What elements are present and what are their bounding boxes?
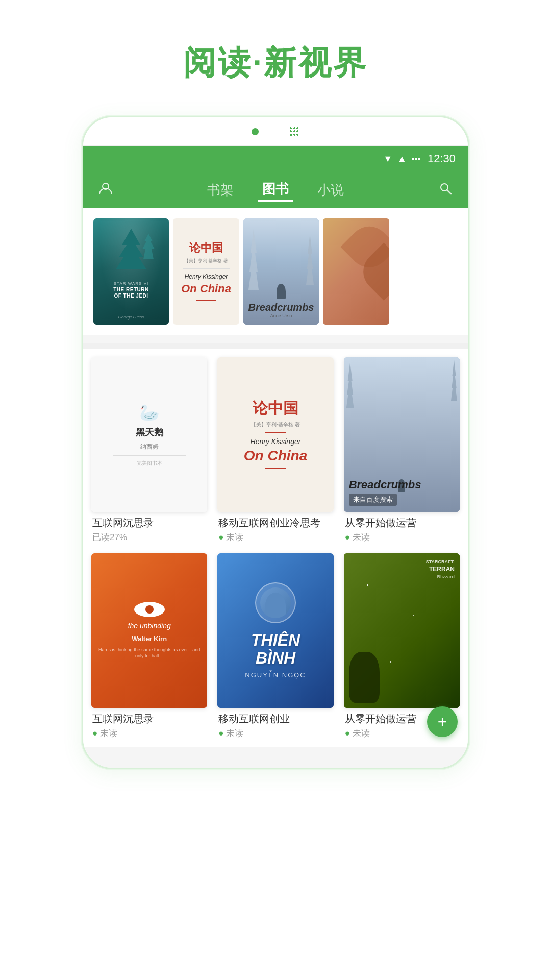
book-title: 移动互联网创业冷思考: [218, 516, 332, 529]
book-cover-wrapper: Breadcrumbs 来自百度搜索: [344, 357, 460, 512]
list-item[interactable]: THIÊNBÌNH NGUYỄN NGỌC 移动互联网创业 未读: [217, 553, 333, 739]
book-series: 完美图书本: [137, 460, 162, 467]
book-author: Anne Ursu: [270, 313, 292, 318]
signal-icon: ▲: [397, 154, 407, 164]
source-label: 来自百度搜索: [349, 494, 397, 506]
book-cover-wrapper: the unbinding Walter Kirn Harris is thin…: [91, 553, 207, 708]
user-icon[interactable]: [98, 181, 113, 199]
book-title: the unbinding: [128, 621, 171, 630]
book-info: 移动互联网创业 未读: [217, 712, 333, 739]
nav-tabs: 书架 图书 小说: [203, 178, 348, 202]
divider-bottom: [265, 468, 286, 469]
phone-side-button-right: [468, 311, 469, 352]
pupil: [145, 605, 154, 614]
book-author: Henry Kissinger: [251, 437, 301, 446]
book-cover-wrapper: THIÊNBÌNH NGUYỄN NGỌC: [217, 553, 333, 708]
list-item[interactable]: STAR WARS VI THE RETURNOF THE JEDI Georg…: [93, 218, 169, 325]
book-title: THIÊNBÌNH: [251, 631, 300, 667]
book-cover-thien-binh: THIÊNBÌNH NGUYỄN NGỌC: [217, 553, 333, 708]
book-title: 移动互联网创业: [218, 712, 332, 725]
book-title-en: On China: [181, 282, 231, 296]
time-display: 12:30: [428, 152, 456, 165]
book-cover-breadcrumbs-grid: Breadcrumbs 来自百度搜索: [344, 357, 460, 512]
book-strip: STAR WARS VI THE RETURNOF THE JEDI Georg…: [83, 208, 468, 335]
book-cover-starcraft: STARCRAFT: TERRAN Blizzard: [344, 553, 460, 708]
book-author: 纳西姆: [140, 443, 159, 451]
book-title-cn: 论中国: [253, 398, 298, 419]
book-status: 未读: [218, 531, 332, 543]
book-cover-hei-tian-e: 🦢 黑天鹅 纳西姆 完美图书本: [91, 357, 207, 512]
book-desc: Harris is thinking the same thoughts as …: [97, 647, 201, 659]
book-title-cn: 黑天鹅: [136, 426, 163, 438]
nav-bar: 书架 图书 小说: [83, 172, 468, 208]
book-title: Breadcrumbs: [248, 302, 314, 313]
list-item[interactable]: Breadcrumbs Anne Ursu: [243, 218, 319, 325]
list-item[interactable]: 🦢 黑天鹅 纳西姆 完美图书本 互联网沉思录 已读27%: [91, 357, 207, 543]
book-status: 未读: [218, 727, 332, 739]
book-info: 互联网沉思录 未读: [91, 712, 207, 739]
book-title: 从零开始做运营: [345, 516, 459, 529]
svg-line-2: [447, 190, 452, 194]
book-title: 互联网沉思录: [92, 516, 206, 529]
tab-novels[interactable]: 小说: [313, 179, 348, 201]
book-title-cn: 论中国: [189, 240, 223, 256]
book-cover-unbinding: the unbinding Walter Kirn Harris is thin…: [91, 553, 207, 708]
book-info: 移动互联网创业冷思考 未读: [217, 516, 333, 543]
phone-side-button-left: [82, 219, 83, 250]
book-subtitle: 【美】亨利·基辛格 著: [184, 258, 228, 264]
front-camera-dot: [252, 128, 259, 135]
tree-decoration: [116, 229, 146, 270]
status-icons: ▼ ▲ ▪▪▪: [383, 154, 420, 164]
book-cover-on-china: 论中国 【美】亨利·基辛格 著 Henry Kissinger On China: [173, 218, 239, 325]
book-title: 互联网沉思录: [92, 712, 206, 725]
book-title: Breadcrumbs: [349, 478, 421, 492]
list-item[interactable]: the unbinding Walter Kirn Harris is thin…: [91, 553, 207, 739]
book-cover-wrapper: 🦢 黑天鹅 纳西姆 完美图书本: [91, 357, 207, 512]
phone-top-bar: [83, 117, 468, 146]
book-cover-mystery: [323, 218, 389, 325]
fab-add-button[interactable]: +: [427, 706, 458, 737]
grid-section: 🦢 黑天鹅 纳西姆 完美图书本 互联网沉思录 已读27%: [83, 349, 468, 747]
divider: [265, 432, 286, 433]
front-camera-grid: [289, 127, 299, 137]
book-status: 未读: [92, 727, 206, 739]
section-divider: [83, 343, 468, 349]
list-item[interactable]: [323, 218, 389, 325]
search-icon[interactable]: [438, 181, 453, 199]
book-logo: STARCRAFT: TERRAN Blizzard: [426, 558, 455, 580]
book-status: 已读27%: [92, 531, 206, 543]
tab-books[interactable]: 图书: [258, 178, 293, 202]
book-info: 从零开始做运营 未读: [344, 516, 460, 543]
phone-frame: ▼ ▲ ▪▪▪ 12:30 书架 图书 小说: [82, 116, 469, 769]
bird-icon: 🦢: [139, 403, 160, 422]
book-author: Henry Kissinger: [185, 273, 228, 280]
book-cover-wrapper: 论中国 【美】亨利·基辛格 著 Henry Kissinger On China: [217, 357, 333, 512]
battery-icon: ▪▪▪: [412, 154, 420, 163]
app-tagline: 阅读·新视界: [183, 41, 368, 85]
book-author: Walter Kirn: [132, 635, 167, 643]
book-author: NGUYỄN NGỌC: [245, 671, 306, 679]
book-info: 互联网沉思录 已读27%: [91, 516, 207, 543]
list-item[interactable]: Breadcrumbs 来自百度搜索 从零开始做运营 未读: [344, 357, 460, 543]
book-cover-breadcrumbs: Breadcrumbs Anne Ursu: [243, 218, 319, 325]
status-bar: ▼ ▲ ▪▪▪ 12:30: [83, 146, 468, 172]
book-subtitle: 【美】亨利·基辛格 著: [251, 421, 300, 428]
book-cover-wrapper: STARCRAFT: TERRAN Blizzard: [344, 553, 460, 708]
book-status: 未读: [345, 531, 459, 543]
main-content: STAR WARS VI THE RETURNOF THE JEDI Georg…: [83, 208, 468, 768]
tab-shelf[interactable]: 书架: [203, 179, 238, 201]
book-cover-star-wars: STAR WARS VI THE RETURNOF THE JEDI Georg…: [93, 218, 169, 325]
wifi-icon: ▼: [383, 154, 392, 164]
book-cover-on-china-grid: 论中国 【美】亨利·基辛格 著 Henry Kissinger On China: [217, 357, 333, 512]
eye-decoration: [134, 602, 165, 617]
book-title-en: On China: [244, 448, 307, 464]
books-grid: 🦢 黑天鹅 纳西姆 完美图书本 互联网沉思录 已读27%: [83, 349, 468, 747]
list-item[interactable]: 论中国 【美】亨利·基辛格 著 Henry Kissinger On China…: [217, 357, 333, 543]
list-item[interactable]: 论中国 【美】亨利·基辛格 著 Henry Kissinger On China: [173, 218, 239, 325]
